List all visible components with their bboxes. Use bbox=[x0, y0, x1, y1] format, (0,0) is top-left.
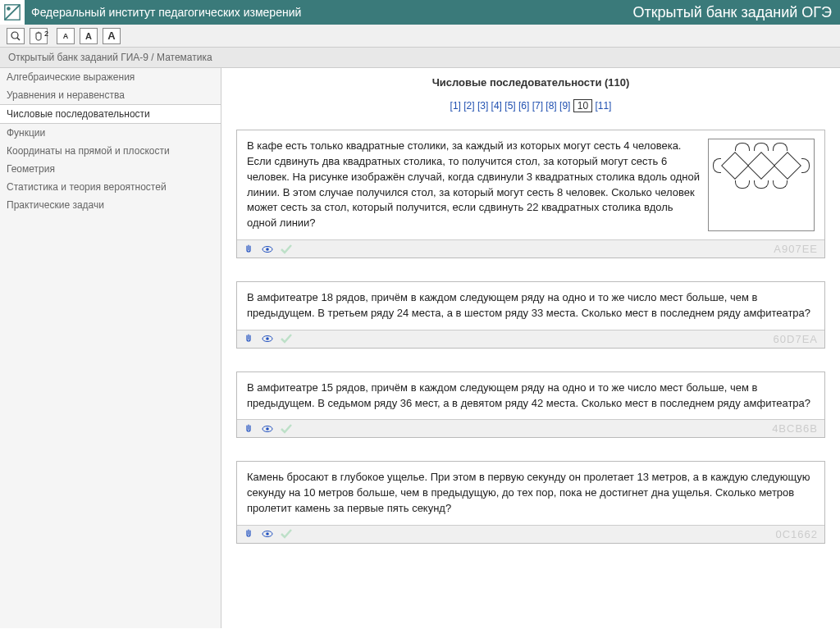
task-text: В кафе есть только квадратные столики, з… bbox=[247, 139, 700, 231]
breadcrumb: Открытый банк заданий ГИА-9 / Математика bbox=[0, 48, 840, 68]
select-icon[interactable] bbox=[244, 423, 255, 435]
svg-point-9 bbox=[266, 427, 269, 431]
zoom-level: 2 bbox=[44, 30, 48, 38]
svg-point-2 bbox=[11, 32, 18, 39]
check-icon[interactable] bbox=[280, 333, 291, 344]
view-icon[interactable] bbox=[262, 244, 273, 255]
sidebar-item[interactable]: Координаты на прямой и плоскости bbox=[0, 142, 221, 160]
task-card: В амфитеатре 15 рядов, причём в каждом с… bbox=[236, 371, 825, 439]
task-footer: 60D7EA bbox=[237, 330, 824, 348]
task-text: Камень бросают в глубокое ущелье. При эт… bbox=[247, 470, 815, 517]
pager-current: 10 bbox=[573, 99, 592, 112]
sidebar: Алгебраические выраженияУравнения и нера… bbox=[0, 68, 221, 628]
svg-point-7 bbox=[266, 337, 269, 340]
pager-link[interactable]: [5] bbox=[504, 100, 515, 112]
pager: [1] [2] [3] [4] [5] [6] [7] [8] [9] 10 [… bbox=[236, 100, 825, 112]
font-small-button[interactable]: A bbox=[57, 28, 75, 44]
sidebar-item[interactable]: Уравнения и неравенства bbox=[0, 86, 221, 104]
pager-link[interactable]: [9] bbox=[559, 100, 570, 112]
institute-title: Федеральный институт педагогических изме… bbox=[31, 6, 301, 19]
sidebar-item[interactable]: Числовые последовательности bbox=[0, 104, 221, 124]
check-icon[interactable] bbox=[280, 244, 291, 255]
select-icon[interactable] bbox=[244, 333, 255, 344]
pager-link[interactable]: [7] bbox=[532, 100, 543, 112]
task-code: 4BCB6B bbox=[772, 422, 818, 435]
svg-point-11 bbox=[266, 533, 269, 536]
pager-link[interactable]: [1] bbox=[450, 100, 461, 112]
view-icon[interactable] bbox=[262, 528, 273, 540]
bank-title: Открытый банк заданий ОГЭ bbox=[632, 4, 832, 21]
font-medium-button[interactable]: A bbox=[80, 28, 98, 44]
sidebar-item[interactable]: Практические задачи bbox=[0, 196, 221, 214]
pager-link[interactable]: [8] bbox=[546, 100, 556, 112]
task-code: 0C1662 bbox=[775, 528, 818, 540]
task-footer: 4BCB6B bbox=[237, 419, 824, 437]
content-area: Числовые последовательности (110) [1] [2… bbox=[221, 68, 840, 628]
pager-link[interactable]: [6] bbox=[518, 100, 529, 112]
check-icon[interactable] bbox=[280, 423, 291, 435]
task-diagram bbox=[708, 139, 815, 231]
sidebar-item[interactable]: Алгебраические выражения bbox=[0, 68, 221, 86]
task-card: В амфитеатре 18 рядов, причём в каждом с… bbox=[236, 281, 825, 349]
svg-point-1 bbox=[7, 7, 11, 11]
logo-icon bbox=[0, 0, 25, 25]
task-code: A907EE bbox=[774, 243, 818, 255]
content-title: Числовые последовательности (110) bbox=[236, 76, 825, 89]
view-icon[interactable] bbox=[262, 423, 273, 435]
zoom-in-icon[interactable] bbox=[7, 28, 25, 44]
task-footer: A907EE bbox=[237, 239, 824, 258]
select-icon[interactable] bbox=[244, 244, 255, 255]
check-icon[interactable] bbox=[280, 528, 291, 540]
select-icon[interactable] bbox=[244, 528, 255, 540]
task-card: Камень бросают в глубокое ущелье. При эт… bbox=[236, 461, 825, 544]
pager-link[interactable]: [3] bbox=[477, 100, 488, 112]
sidebar-item[interactable]: Статистика и теория вероятностей bbox=[0, 178, 221, 196]
svg-line-3 bbox=[17, 38, 20, 40]
task-footer: 0C1662 bbox=[237, 525, 824, 543]
task-text: В амфитеатре 15 рядов, причём в каждом с… bbox=[247, 381, 815, 412]
pager-link[interactable]: [2] bbox=[463, 100, 474, 112]
task-code: 60D7EA bbox=[774, 333, 818, 345]
sidebar-item[interactable]: Функции bbox=[0, 124, 221, 142]
toolbar: 2 A A A bbox=[0, 25, 840, 48]
font-large-button[interactable]: A bbox=[103, 28, 121, 44]
header: Федеральный институт педагогических изме… bbox=[0, 0, 840, 25]
pager-link[interactable]: [11] bbox=[595, 100, 611, 112]
svg-point-5 bbox=[266, 248, 269, 251]
task-text: В амфитеатре 18 рядов, причём в каждом с… bbox=[247, 290, 815, 321]
task-card: В кафе есть только квадратные столики, з… bbox=[236, 130, 825, 258]
pager-link[interactable]: [4] bbox=[491, 100, 502, 112]
view-icon[interactable] bbox=[262, 333, 273, 344]
sidebar-item[interactable]: Геометрия bbox=[0, 160, 221, 178]
